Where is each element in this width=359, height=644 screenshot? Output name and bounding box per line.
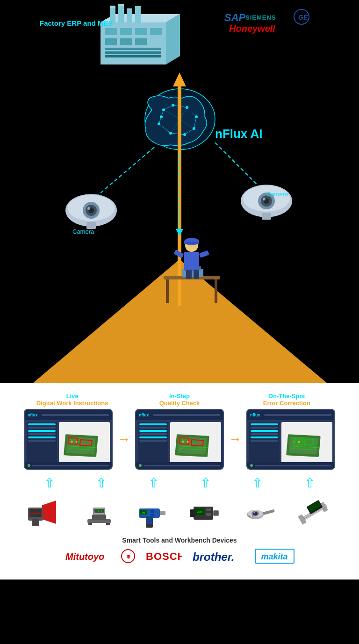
svg-rect-7 <box>118 5 124 23</box>
screen-sub-3: Error Correction <box>233 400 340 407</box>
svg-text:SIEMENS: SIEMENS <box>245 14 276 21</box>
svg-rect-147 <box>248 515 251 517</box>
up-arrow-6: ⇧ <box>304 477 315 490</box>
tool-drill: ON <box>134 497 172 530</box>
brother-logo: brother. <box>192 549 245 565</box>
screen-label-2: In-Step Quality Check <box>126 393 233 407</box>
svg-marker-112 <box>42 501 56 524</box>
screen-card-2: nflux <box>135 409 224 470</box>
screen-main-3 <box>281 422 332 467</box>
diagram-area: Factory ERP and MES SAP SIEMENS GE Honey… <box>0 0 359 383</box>
screen-main-1 <box>59 422 110 467</box>
screen-bottom-2 <box>136 462 223 469</box>
screen-bottom-3 <box>247 462 334 469</box>
svg-rect-9 <box>135 6 141 23</box>
up-arrow-5: ⇧ <box>252 477 263 490</box>
svg-text:Camera: Camera <box>72 228 94 235</box>
up-arrow-3: ⇧ <box>148 477 159 490</box>
screens-row: nflux <box>9 409 350 470</box>
svg-point-63 <box>87 207 90 210</box>
svg-text:makita: makita <box>261 552 287 561</box>
svg-text:Mitutoyo: Mitutoyo <box>65 551 104 562</box>
screen-body-1 <box>25 420 112 469</box>
arrow-2-3: → <box>229 432 242 447</box>
svg-rect-77 <box>215 279 217 303</box>
up-arrow-1: ⇧ <box>44 477 55 490</box>
screen-logo-2: nflux <box>139 413 149 417</box>
svg-rect-86 <box>186 270 192 279</box>
screen-card-3: nflux <box>246 409 335 470</box>
tool-torque: 25Nm <box>187 497 225 530</box>
svg-text:BOSCH: BOSCH <box>146 551 182 562</box>
svg-text:⊕: ⊕ <box>126 554 130 559</box>
tools-section: ⇧ ⇧ ⇧ ⇧ ⇧ ⇧ <box>0 470 359 580</box>
svg-rect-8 <box>127 8 132 22</box>
screen-body-2 <box>136 420 223 469</box>
screen-title-1: Live <box>19 393 126 400</box>
svg-rect-124 <box>106 523 110 525</box>
screen-main-2 <box>170 422 221 467</box>
status-dot-1 <box>28 464 30 467</box>
svg-text:brother.: brother. <box>193 551 234 563</box>
svg-text:SAP: SAP <box>224 12 246 23</box>
svg-rect-10 <box>110 6 115 8</box>
svg-text:nFlux AI: nFlux AI <box>215 127 263 141</box>
screen-card-1: nflux <box>24 409 113 470</box>
bosch-circle-logo: ⊕ <box>121 549 136 565</box>
tool-caliper <box>295 497 332 530</box>
up-arrow-4: ⇧ <box>200 477 211 490</box>
svg-rect-139 <box>214 511 218 515</box>
svg-rect-76 <box>166 279 169 303</box>
svg-rect-140 <box>190 509 195 517</box>
screen-topbar-2: nflux <box>136 410 223 420</box>
screen-sub-2: Quality Check <box>126 400 233 407</box>
svg-point-146 <box>253 512 255 513</box>
screen-logo-1: nflux <box>28 413 38 417</box>
svg-rect-20 <box>105 51 161 54</box>
screen-body-3 <box>247 420 334 469</box>
svg-point-145 <box>253 512 258 515</box>
screen-title-3: On-The-Spot <box>233 393 340 400</box>
mitutoyo-logo: Mitutoyo <box>65 550 111 565</box>
screen-label-3: On-The-Spot Error Correction <box>233 393 340 407</box>
svg-rect-14 <box>135 28 147 35</box>
screens-section: Live Digital Work Instructions In-Step Q… <box>0 383 359 470</box>
svg-rect-127 <box>146 524 153 528</box>
arrow-1-2: → <box>117 432 130 447</box>
screen-topbar-1: nflux <box>25 410 112 420</box>
svg-rect-72 <box>262 213 271 220</box>
svg-marker-4 <box>166 14 180 64</box>
tool-probe <box>241 497 279 530</box>
svg-rect-132 <box>160 511 165 515</box>
screen-bottom-1 <box>25 462 112 469</box>
svg-text:25Nm: 25Nm <box>197 510 202 513</box>
svg-point-71 <box>263 198 266 200</box>
svg-rect-123 <box>88 523 92 525</box>
svg-text:ON: ON <box>142 511 145 514</box>
up-arrow-2: ⇧ <box>96 477 107 490</box>
svg-rect-11 <box>118 4 124 6</box>
svg-text:Camera: Camera <box>266 191 288 198</box>
svg-rect-19 <box>105 48 161 50</box>
svg-rect-130 <box>151 510 154 513</box>
svg-rect-148 <box>252 515 254 517</box>
svg-text:GE: GE <box>298 14 308 21</box>
svg-rect-115 <box>32 519 39 526</box>
screens-labels-row: Live Digital Work Instructions In-Step Q… <box>9 393 350 407</box>
svg-rect-143 <box>263 509 275 515</box>
screen-title-2: In-Step <box>126 393 233 400</box>
svg-rect-18 <box>135 38 147 45</box>
svg-text:Factory ERP and MES: Factory ERP and MES <box>40 19 113 27</box>
status-dot-2 <box>139 464 142 467</box>
screen-label-1: Live Digital Work Instructions <box>19 393 126 407</box>
tool-scale: 12.5 <box>80 497 118 530</box>
screen-topbar-3: nflux <box>247 410 334 420</box>
main-container: Factory ERP and MES SAP SIEMENS GE Honey… <box>0 0 359 644</box>
svg-text:12.5: 12.5 <box>96 510 102 513</box>
screen-left-panel-2 <box>138 422 168 467</box>
tool-scanner <box>27 497 64 530</box>
svg-rect-13 <box>120 28 132 35</box>
svg-rect-137 <box>206 513 211 516</box>
tool-brands-row: Mitutoyo ⊕ BOSCH brother. <box>9 544 350 570</box>
screen-left-panel-3 <box>249 422 280 467</box>
